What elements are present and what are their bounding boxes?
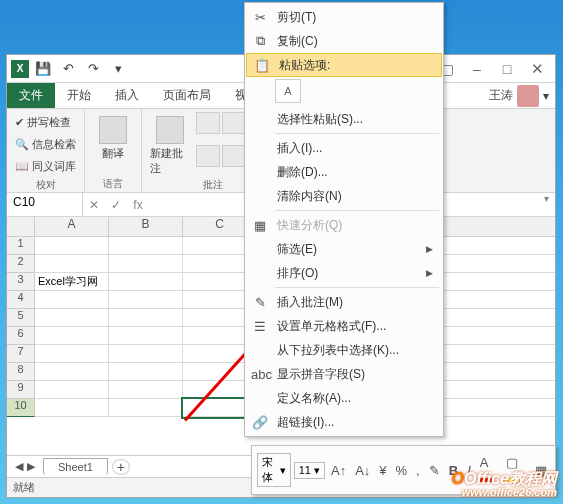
group-language-label: 语言	[93, 175, 133, 191]
excel-icon[interactable]: X	[11, 60, 29, 78]
fontsize-select[interactable]: 11▾	[294, 462, 325, 479]
tab-file[interactable]: 文件	[7, 83, 55, 108]
ctx-format-cells[interactable]: ☰设置单元格格式(F)...	[245, 314, 443, 338]
new-comment-button[interactable]: 新建批注	[150, 112, 190, 176]
redo-button[interactable]: ↷	[82, 58, 104, 80]
col-B[interactable]: B	[109, 217, 183, 236]
sheet-next-icon[interactable]: ▶	[27, 460, 35, 473]
decrease-font-button[interactable]: A↓	[352, 462, 373, 479]
format-painter-button[interactable]: ✎	[426, 462, 443, 479]
ctx-show-phonetic[interactable]: abc显示拼音字段(S)	[245, 362, 443, 386]
cell-A3[interactable]: Excel学习网	[35, 273, 109, 290]
row-headers: 1 2 3 4 5 6 7 8 9 10	[7, 237, 35, 417]
ctx-quick-analysis: ▦快速分析(Q)	[245, 213, 443, 237]
cut-icon: ✂	[251, 10, 269, 25]
ctx-hyperlink[interactable]: 🔗超链接(I)...	[245, 410, 443, 434]
submenu-icon: ▶	[426, 268, 433, 278]
paste-icon: 📋	[253, 58, 271, 73]
translate-button[interactable]: 翻译	[93, 112, 133, 175]
add-sheet-button[interactable]: +	[112, 459, 130, 475]
chevron-down-icon: ▾	[280, 464, 286, 477]
ctx-insert[interactable]: 插入(I)...	[245, 136, 443, 160]
row-2[interactable]: 2	[7, 255, 35, 273]
currency-button[interactable]: ¥	[376, 462, 389, 479]
user-name: 王涛	[489, 87, 513, 104]
minimize-button[interactable]: –	[463, 58, 491, 80]
research-icon: 🔍	[15, 138, 29, 151]
watermark: OOffice教程网 www.office26.com	[451, 471, 557, 498]
row-10[interactable]: 10	[7, 399, 35, 417]
undo-button[interactable]: ↶	[57, 58, 79, 80]
ctx-clear[interactable]: 清除内容(N)	[245, 184, 443, 208]
submenu-icon: ▶	[426, 244, 433, 254]
comma-button[interactable]: ,	[413, 462, 423, 479]
format-icon: ☰	[251, 319, 269, 334]
sheet-tab[interactable]: Sheet1	[43, 458, 108, 475]
chevron-down-icon: ▾	[314, 464, 320, 477]
font-select[interactable]: 宋体▾	[257, 453, 291, 487]
row-7[interactable]: 7	[7, 345, 35, 363]
translate-icon	[99, 116, 127, 144]
group-proofing-label: 校对	[15, 176, 76, 192]
enter-icon[interactable]: ✓	[105, 193, 127, 216]
ctx-sort[interactable]: 排序(O)▶	[245, 261, 443, 285]
user-info[interactable]: 王涛 ▾	[489, 83, 555, 108]
ctx-paste-special[interactable]: 选择性粘贴(S)...	[245, 107, 443, 131]
context-menu: ✂剪切(T) ⧉复制(C) 📋粘贴选项: A 选择性粘贴(S)... 插入(I)…	[244, 2, 444, 437]
thesaurus-button[interactable]: 📖同义词库	[15, 156, 76, 176]
ctx-paste-options[interactable]: 📋粘贴选项:	[246, 53, 442, 77]
row-4[interactable]: 4	[7, 291, 35, 309]
row-3[interactable]: 3	[7, 273, 35, 291]
ctx-insert-comment[interactable]: ✎插入批注(M)	[245, 290, 443, 314]
expand-formula-icon[interactable]: ▾	[537, 193, 555, 216]
ctx-cut[interactable]: ✂剪切(T)	[245, 5, 443, 29]
paste-all-button[interactable]: A	[275, 79, 301, 103]
spellcheck-icon: ✔	[15, 116, 24, 129]
group-language: 翻译 语言	[85, 109, 142, 192]
ctx-delete[interactable]: 删除(D)...	[245, 160, 443, 184]
increase-font-button[interactable]: A↑	[328, 462, 349, 479]
paste-options-row: A	[245, 77, 443, 107]
percent-button[interactable]: %	[393, 462, 411, 479]
sheet-prev-icon[interactable]: ◀	[15, 460, 23, 473]
thesaurus-icon: 📖	[15, 160, 29, 173]
qat-more[interactable]: ▾	[107, 58, 129, 80]
ctx-filter[interactable]: 筛选(E)▶	[245, 237, 443, 261]
delete-comment-button[interactable]	[196, 112, 220, 134]
select-all[interactable]	[7, 217, 35, 236]
quick-icon: ▦	[251, 218, 269, 233]
spellcheck-button[interactable]: ✔拼写检查	[15, 112, 76, 132]
avatar	[517, 85, 539, 107]
row-9[interactable]: 9	[7, 381, 35, 399]
separator	[275, 287, 439, 288]
row-6[interactable]: 6	[7, 327, 35, 345]
user-dropdown-icon: ▾	[543, 89, 549, 103]
group-proofing: ✔拼写检查 🔍信息检索 📖同义词库 校对	[7, 109, 85, 192]
name-box[interactable]: C10	[7, 193, 83, 216]
ctx-copy[interactable]: ⧉复制(C)	[245, 29, 443, 53]
maximize-button[interactable]: □	[493, 58, 521, 80]
quick-access-toolbar: X 💾 ↶ ↷ ▾	[11, 58, 129, 80]
copy-icon: ⧉	[251, 33, 269, 49]
cancel-icon[interactable]: ✕	[83, 193, 105, 216]
tab-layout[interactable]: 页面布局	[151, 83, 223, 108]
fx-button[interactable]: fx	[127, 193, 149, 216]
new-comment-icon	[156, 116, 184, 144]
prev-comment-button[interactable]	[222, 112, 246, 134]
separator	[275, 210, 439, 211]
ctx-pick-from-list[interactable]: 从下拉列表中选择(K)...	[245, 338, 443, 362]
save-button[interactable]: 💾	[32, 58, 54, 80]
show-comment-button[interactable]	[196, 145, 220, 167]
row-5[interactable]: 5	[7, 309, 35, 327]
col-A[interactable]: A	[35, 217, 109, 236]
tab-insert[interactable]: 插入	[103, 83, 151, 108]
show-all-button[interactable]	[222, 145, 246, 167]
row-1[interactable]: 1	[7, 237, 35, 255]
ctx-define-name[interactable]: 定义名称(A)...	[245, 386, 443, 410]
close-button[interactable]: ✕	[523, 58, 551, 80]
comment-icon: ✎	[251, 295, 269, 310]
tab-home[interactable]: 开始	[55, 83, 103, 108]
research-button[interactable]: 🔍信息检索	[15, 134, 76, 154]
separator	[275, 133, 439, 134]
row-8[interactable]: 8	[7, 363, 35, 381]
